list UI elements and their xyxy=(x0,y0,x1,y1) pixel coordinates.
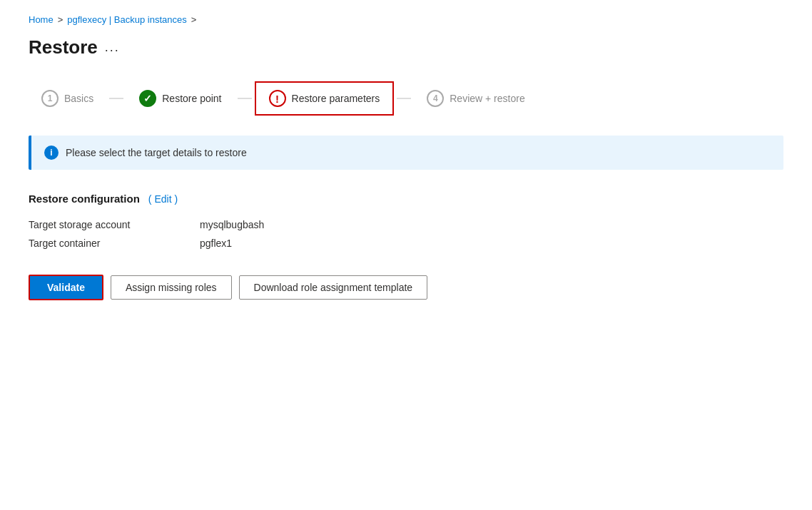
step-restore-point-label: Restore point xyxy=(162,93,221,104)
wizard-steps: 1 Basics ✓ Restore point ! Restore param… xyxy=(29,81,783,116)
step-basics-circle: 1 xyxy=(41,90,59,107)
breadcrumb-sep2: > xyxy=(191,14,197,25)
info-banner: i Please select the target details to re… xyxy=(29,136,783,170)
download-template-button[interactable]: Download role assignment template xyxy=(239,275,428,300)
more-options-icon[interactable]: ... xyxy=(105,40,120,55)
step-sep-2 xyxy=(238,98,252,99)
assign-missing-roles-button[interactable]: Assign missing roles xyxy=(111,275,232,300)
breadcrumb-home[interactable]: Home xyxy=(29,14,54,25)
config-table: Target storage account mysqlbugbash Targ… xyxy=(29,219,783,249)
step-review-restore[interactable]: 4 Review + restore xyxy=(414,83,537,114)
edit-link[interactable]: ( Edit ) xyxy=(148,193,178,205)
page-title-area: Restore ... xyxy=(29,36,783,58)
step-restore-parameters[interactable]: ! Restore parameters xyxy=(255,81,395,116)
step-restore-parameters-circle: ! xyxy=(269,90,286,107)
target-container-value: pgflex1 xyxy=(200,238,232,249)
step-review-restore-label: Review + restore xyxy=(450,93,524,104)
breadcrumb: Home > pgflexecy | Backup instances > xyxy=(29,14,783,25)
config-row-container: Target container pgflex1 xyxy=(29,238,783,249)
storage-account-value: mysqlbugbash xyxy=(200,219,264,230)
breadcrumb-sep1: > xyxy=(58,14,64,25)
page-title: Restore xyxy=(29,36,98,58)
validate-button[interactable]: Validate xyxy=(29,275,103,300)
step-basics-label: Basics xyxy=(64,93,93,104)
breadcrumb-backup[interactable]: pgflexecy | Backup instances xyxy=(67,14,186,25)
section-title-area: Restore configuration ( Edit ) xyxy=(29,193,783,205)
step-review-restore-circle: 4 xyxy=(427,90,444,107)
step-restore-point-circle: ✓ xyxy=(139,90,156,107)
page-container: Home > pgflexecy | Backup instances > Re… xyxy=(0,0,812,510)
target-container-label: Target container xyxy=(29,238,200,249)
step-basics[interactable]: 1 Basics xyxy=(29,83,106,114)
step-restore-parameters-label: Restore parameters xyxy=(292,93,380,104)
step-sep-1 xyxy=(109,98,123,99)
step-restore-point[interactable]: ✓ Restore point xyxy=(126,83,234,114)
config-row-storage: Target storage account mysqlbugbash xyxy=(29,219,783,230)
step-sep-3 xyxy=(397,98,411,99)
info-icon: i xyxy=(44,146,59,160)
section-title: Restore configuration xyxy=(29,193,140,205)
action-buttons: Validate Assign missing roles Download r… xyxy=(29,275,783,300)
info-message: Please select the target details to rest… xyxy=(66,147,247,158)
storage-account-label: Target storage account xyxy=(29,219,200,230)
